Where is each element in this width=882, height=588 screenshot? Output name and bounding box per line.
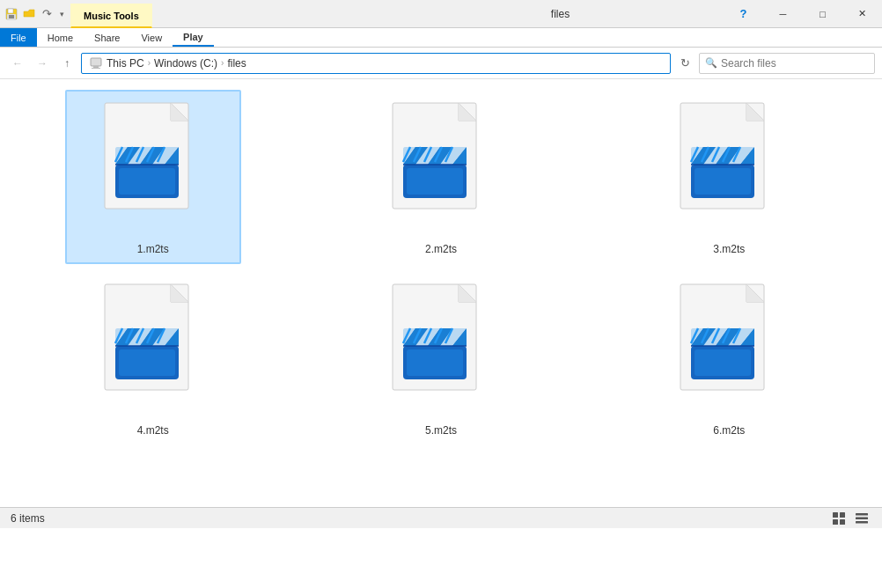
address-input[interactable]: This PC › Windows (C:) › files (81, 53, 671, 74)
svg-rect-1 (8, 9, 13, 13)
svg-rect-3 (9, 15, 14, 18)
file-item[interactable]: 2.m2ts (353, 90, 529, 264)
window-title: files (397, 0, 724, 27)
file-name: 4.m2ts (137, 424, 169, 437)
back-button[interactable]: ← (7, 53, 28, 74)
close-button[interactable]: ✕ (842, 0, 882, 28)
crumb-thispc: This PC (107, 57, 144, 70)
title-bar-left: ↷ ▾ (0, 0, 70, 27)
m2ts-file-svg (96, 99, 210, 235)
music-tools-tab-label: Music Tools (84, 11, 139, 21)
grid-view-button[interactable] (829, 511, 849, 526)
file-item[interactable]: 4.m2ts (65, 271, 241, 445)
folder-icon-quick[interactable] (21, 6, 37, 22)
quick-access-toolbar: ↷ ▾ (0, 6, 70, 22)
ribbon-nav-play[interactable]: Play (173, 28, 214, 47)
ribbon-nav-file-label: File (11, 33, 26, 43)
list-view-button[interactable] (852, 511, 871, 526)
file-item[interactable]: 6.m2ts (641, 271, 817, 445)
file-item[interactable]: 3.m2ts (641, 90, 817, 264)
status-bar: 6 items (0, 507, 882, 528)
save-icon[interactable] (4, 6, 19, 22)
m2ts-file-svg (672, 99, 786, 235)
svg-rect-121 (856, 521, 868, 524)
svg-rect-42 (407, 168, 463, 195)
svg-rect-78 (119, 349, 175, 376)
file-name: 3.m2ts (713, 243, 745, 255)
up-button[interactable]: ↑ (56, 53, 77, 74)
svg-rect-60 (695, 168, 751, 195)
file-icon (384, 280, 498, 421)
ribbon-nav-home[interactable]: Home (37, 28, 84, 47)
svg-rect-118 (840, 519, 845, 525)
svg-rect-5 (93, 66, 99, 68)
ribbon-nav-share[interactable]: Share (84, 28, 130, 47)
svg-rect-116 (840, 512, 845, 518)
m2ts-file-svg (96, 280, 210, 416)
help-button[interactable]: ? (724, 0, 763, 28)
file-icon (96, 280, 210, 421)
file-icon (672, 280, 786, 421)
computer-icon (89, 56, 103, 70)
view-toggle (829, 511, 871, 526)
ribbon-nav-file[interactable]: File (0, 28, 37, 47)
title-bar: ↷ ▾ Music Tools files ? ─ □ ✕ (0, 0, 882, 28)
file-grid: 1.m2ts (0, 79, 882, 507)
file-name: 2.m2ts (425, 243, 457, 255)
file-item[interactable]: 5.m2ts (353, 271, 529, 445)
ribbon-nav-view-label: View (141, 33, 162, 43)
main-area: 1.m2ts (0, 79, 882, 507)
ribbon-nav-share-label: Share (94, 33, 120, 43)
svg-rect-96 (407, 349, 463, 376)
svg-rect-24 (119, 168, 175, 195)
ribbon-navigation: File Home Share View Play (0, 28, 882, 48)
svg-rect-114 (695, 349, 751, 376)
ribbon-nav-view[interactable]: View (130, 28, 173, 47)
ribbon-nav-home-label: Home (48, 33, 73, 43)
address-bar: ← → ↑ This PC › Windows (C:) › files ↻ 🔍 (0, 48, 882, 79)
m2ts-file-svg (384, 99, 498, 235)
breadcrumb: This PC › Windows (C:) › files (89, 56, 246, 70)
svg-rect-4 (91, 58, 101, 66)
window-controls: ? ─ □ ✕ (724, 0, 882, 27)
svg-rect-115 (833, 512, 838, 518)
file-item[interactable]: 1.m2ts (65, 90, 241, 264)
file-name: 5.m2ts (425, 424, 457, 437)
quick-access-dropdown[interactable]: ▾ (56, 6, 67, 22)
file-name: 1.m2ts (137, 243, 169, 255)
file-icon (96, 99, 210, 239)
search-input[interactable] (721, 57, 869, 70)
m2ts-file-svg (384, 280, 498, 416)
refresh-button[interactable]: ↻ (674, 53, 695, 74)
m2ts-file-svg (672, 280, 786, 416)
crumb-files: files (227, 57, 246, 70)
music-tools-tab[interactable]: Music Tools (70, 4, 152, 28)
search-icon: 🔍 (705, 57, 717, 69)
minimize-button[interactable]: ─ (763, 0, 803, 28)
maximize-button[interactable]: □ (803, 0, 842, 28)
svg-rect-120 (856, 517, 868, 519)
svg-rect-117 (833, 519, 838, 525)
search-box[interactable]: 🔍 (699, 53, 875, 74)
file-icon (384, 99, 498, 239)
svg-rect-119 (856, 513, 868, 516)
file-icon (672, 99, 786, 239)
file-name: 6.m2ts (713, 424, 745, 437)
status-count: 6 items (11, 512, 45, 525)
svg-rect-6 (92, 68, 100, 69)
ribbon-tabs: Music Tools (70, 0, 397, 27)
forward-button[interactable]: → (32, 53, 53, 74)
crumb-windows: Windows (C:) (154, 57, 217, 70)
undo-icon[interactable]: ↷ (39, 6, 55, 22)
ribbon-nav-play-label: Play (183, 32, 203, 42)
